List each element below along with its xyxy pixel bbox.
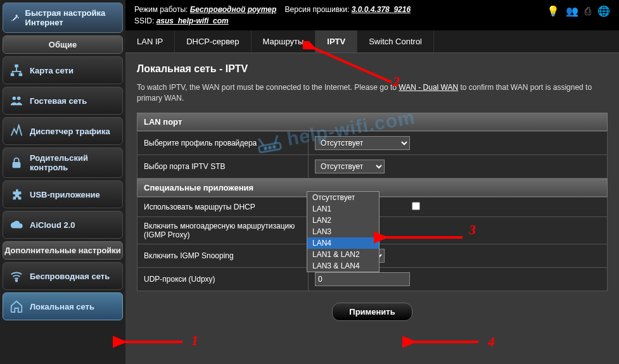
- svg-rect-5: [13, 162, 21, 168]
- dropdown-option[interactable]: LAN3: [307, 226, 379, 237]
- usb-status-icon[interactable]: ⎙: [585, 6, 591, 17]
- quick-setup-button[interactable]: Быстрая настройка Интернет: [3, 3, 123, 33]
- tabs: LAN IP DHCP-сервер Маршруты IPTV Switch …: [125, 30, 619, 53]
- sidebar-item-label: Беспроводная сеть: [30, 272, 110, 281]
- sidebar-item-label: Локальная сеть: [30, 302, 94, 311]
- content-area: Режим работы: Беспроводной роутер Версия…: [125, 0, 619, 364]
- sidebar-item-usb-app[interactable]: USB-приложение: [3, 180, 123, 208]
- svg-point-3: [13, 97, 16, 101]
- mode-value[interactable]: Беспроводной роутер: [190, 5, 276, 14]
- group-lan-port: LAN порт: [137, 113, 608, 131]
- sidebar-item-parental-control[interactable]: Родительский контроль: [3, 147, 123, 178]
- panel-title: Локальная сеть - IPTV: [137, 63, 608, 75]
- iptv-stb-dropdown-list[interactable]: ОтсутствуетLAN1LAN2LAN3LAN4LAN1 & LAN2LA…: [307, 191, 380, 272]
- dropdown-option[interactable]: Отсутствует: [307, 192, 379, 203]
- sidebar-item-label: AiCloud 2.0: [30, 220, 75, 230]
- tab-routes[interactable]: Маршруты: [252, 30, 316, 53]
- guests-icon: [10, 94, 23, 108]
- svg-rect-0: [15, 65, 18, 68]
- udp-proxy-input[interactable]: [315, 272, 410, 286]
- dropdown-option[interactable]: LAN4: [307, 237, 379, 249]
- row-udpxy-label: UDP-прокси (Udpxy): [137, 267, 309, 291]
- svg-point-4: [17, 97, 20, 101]
- mode-label: Режим работы:: [134, 5, 188, 14]
- tab-lan-ip[interactable]: LAN IP: [125, 30, 175, 53]
- sidebar: Быстрая настройка Интернет Общие Карта с…: [0, 0, 125, 364]
- row-snoop-label: Включить IGMP Snooping: [137, 244, 309, 267]
- row-igmp-label: Включить многоадресную маршрутизацию (IG…: [137, 217, 309, 244]
- sidebar-item-network-map[interactable]: Карта сети: [3, 56, 123, 84]
- sidebar-item-wireless[interactable]: Беспроводная сеть: [3, 262, 123, 290]
- sidebar-item-label: USB-приложение: [30, 190, 100, 199]
- row-stb-label: Выбор порта IPTV STB: [137, 154, 309, 178]
- firmware-value[interactable]: 3.0.0.4.378_9216: [352, 5, 411, 14]
- provider-profile-select[interactable]: Отсутствует: [315, 136, 410, 150]
- sidebar-item-traffic-manager[interactable]: Диспетчер трафика: [3, 117, 123, 145]
- top-icons: 💡 👥 ⎙ 🌐: [547, 4, 610, 17]
- dropdown-option[interactable]: LAN1 & LAN2: [307, 249, 379, 260]
- dropdown-option[interactable]: LAN3 & LAN4: [307, 260, 379, 272]
- tab-switch-control[interactable]: Switch Control: [357, 30, 434, 53]
- dhcp-routes-checkbox[interactable]: [412, 202, 420, 210]
- wan-dual-wan-link[interactable]: WAN - Dual WAN: [399, 83, 458, 92]
- clients-icon[interactable]: 👥: [566, 5, 578, 17]
- sidebar-item-label: Гостевая сеть: [30, 96, 87, 106]
- globe-icon[interactable]: 🌐: [597, 5, 610, 17]
- sidebar-item-label: Диспетчер трафика: [30, 127, 110, 136]
- sidebar-item-guest-network[interactable]: Гостевая сеть: [3, 87, 123, 115]
- tab-dhcp-server[interactable]: DHCP-сервер: [175, 30, 251, 53]
- row-provider-label: Выберите профиль провайдера: [137, 131, 309, 154]
- panel-description: To watch IPTV, the WAN port must be conn…: [137, 82, 608, 104]
- wifi-icon: [10, 269, 23, 283]
- traffic-icon: [10, 124, 23, 138]
- magic-wand-icon: [10, 11, 20, 25]
- ssid-value[interactable]: asus_help-wifi_com: [156, 16, 229, 25]
- bulb-icon[interactable]: 💡: [547, 5, 559, 17]
- row-dhcp-label: Использовать маршруты DHCP: [137, 197, 309, 217]
- iptv-stb-port-select[interactable]: Отсутствует: [315, 160, 385, 173]
- network-icon: [10, 63, 23, 77]
- lan-port-table: Выберите профиль провайдера Отсутствует …: [137, 131, 608, 179]
- svg-point-6: [16, 280, 18, 282]
- cloud-icon: [10, 218, 23, 232]
- quick-setup-label: Быстрая настройка Интернет: [25, 8, 116, 27]
- tab-iptv[interactable]: IPTV: [316, 30, 357, 53]
- sidebar-item-aicloud[interactable]: AiCloud 2.0: [3, 211, 123, 239]
- lock-icon: [10, 156, 23, 170]
- sidebar-item-lan[interactable]: Локальная сеть: [3, 292, 123, 320]
- topbar: Режим работы: Беспроводной роутер Версия…: [125, 0, 619, 30]
- home-icon: [10, 299, 23, 313]
- section-general-header: Общие: [3, 35, 123, 54]
- dropdown-option[interactable]: LAN2: [307, 215, 379, 226]
- ssid-label: SSID:: [134, 16, 154, 25]
- puzzle-icon: [10, 187, 23, 201]
- sidebar-item-label: Карта сети: [30, 66, 73, 75]
- svg-rect-2: [19, 73, 22, 77]
- svg-rect-1: [11, 73, 15, 77]
- dropdown-option[interactable]: LAN1: [307, 203, 379, 215]
- apply-button[interactable]: Применить: [332, 303, 412, 321]
- section-advanced-header: Дополнительные настройки: [3, 241, 123, 260]
- firmware-label: Версия прошивки:: [285, 5, 350, 14]
- sidebar-item-label: Родительский контроль: [30, 153, 116, 172]
